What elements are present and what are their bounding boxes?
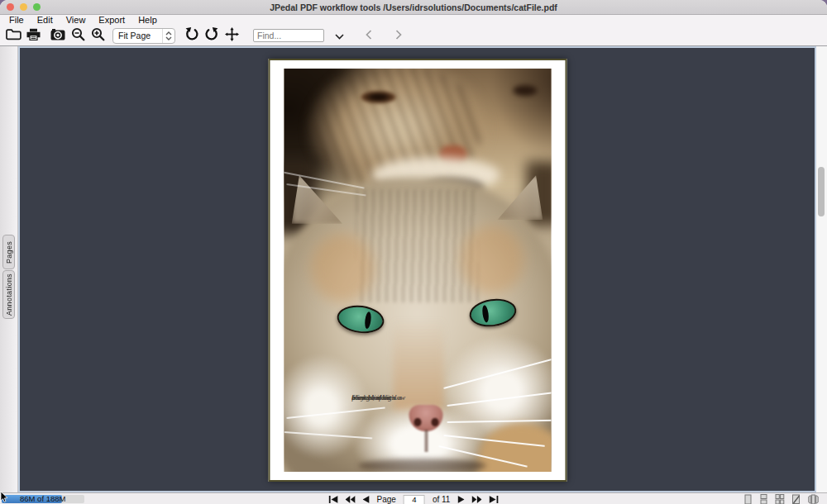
snapshot-camera-icon: [50, 29, 65, 43]
printer-icon: [26, 28, 41, 43]
first-page-icon: [329, 493, 338, 504]
rotate-left-button[interactable]: [182, 27, 202, 44]
title-bar: JPedal PDF workflow tools /Users/idrsolu…: [0, 0, 827, 15]
print-button[interactable]: [23, 27, 43, 44]
zoom-in-icon: [91, 27, 105, 44]
facing-icon: [791, 494, 801, 504]
cat-photo: Slow blink at a cat to make friends; if …: [284, 69, 551, 472]
memory-usage-text: 86M of 188M: [20, 495, 65, 503]
find-input[interactable]: [253, 29, 324, 42]
window-title: JPedal PDF workflow tools /Users/idrsolu…: [270, 2, 557, 12]
app-window: JPedal PDF workflow tools /Users/idrsolu…: [0, 0, 827, 504]
toolbar: Fit Page: [0, 26, 827, 46]
last-page-icon: [489, 493, 498, 504]
caption-line: very good sign.: [351, 392, 397, 403]
pageflow-icon: [808, 494, 819, 504]
open-file-button[interactable]: [3, 27, 23, 44]
continuous-facing-icon: [775, 494, 785, 504]
page-navigation: Page of 11: [329, 493, 499, 504]
menu-bar: File Edit View Export Help: [0, 15, 827, 26]
stepper-chevrons-icon: [162, 29, 174, 43]
pan-tool-button[interactable]: [222, 27, 241, 44]
sidebar-tab-annotations[interactable]: Annotations: [2, 270, 15, 319]
rotate-counterclockwise-icon: [184, 27, 199, 44]
zoom-out-button[interactable]: [68, 27, 88, 44]
continuous-mode-button[interactable]: [759, 494, 768, 504]
rewind-pages-icon: [346, 493, 356, 504]
first-page-button[interactable]: [329, 493, 338, 504]
facing-mode-button[interactable]: [791, 494, 801, 504]
zoom-mode-value: Fit Page: [118, 31, 151, 40]
forward-pages-button[interactable]: [471, 493, 481, 504]
page-number-input[interactable]: [404, 495, 425, 504]
vertical-scrollbar[interactable]: [815, 46, 827, 492]
continuous-facing-mode-button[interactable]: [775, 494, 785, 504]
memory-usage-bar: 86M of 188M: [2, 495, 84, 503]
find-options-button[interactable]: [329, 27, 349, 44]
chevron-right-icon: [395, 30, 402, 42]
sidebar-tab-pages[interactable]: Pages: [2, 235, 15, 269]
status-bar: 86M of 188M Page of 11: [0, 492, 827, 504]
single-page-mode-button[interactable]: [743, 494, 753, 504]
page-total-label: of 11: [433, 495, 451, 504]
pageflow-mode-button[interactable]: [808, 494, 819, 504]
search-previous-button[interactable]: [359, 27, 379, 44]
menu-help[interactable]: Help: [131, 15, 164, 26]
pan-move-icon: [225, 27, 239, 44]
traffic-lights: [7, 3, 41, 11]
menu-export[interactable]: Export: [92, 15, 131, 26]
open-folder-icon: [6, 28, 22, 43]
chevron-left-icon: [366, 30, 372, 42]
pdf-page: Slow blink at a cat to make friends; if …: [268, 59, 566, 482]
snapshot-button[interactable]: [48, 27, 68, 44]
back-pages-button[interactable]: [346, 493, 356, 504]
zoom-button[interactable]: [33, 3, 41, 11]
document-viewport: Slow blink at a cat to make friends; if …: [18, 46, 815, 492]
menu-view[interactable]: View: [60, 15, 93, 26]
zoom-mode-select[interactable]: Fit Page: [112, 28, 175, 44]
main-area: Pages Annotations: [0, 46, 827, 492]
page-label: Page: [377, 495, 396, 504]
side-panel-strip: Pages Annotations: [0, 46, 18, 492]
chevron-down-icon: [335, 30, 344, 42]
next-page-button[interactable]: [457, 493, 464, 504]
previous-page-button[interactable]: [363, 493, 370, 504]
last-page-button[interactable]: [489, 493, 498, 504]
search-next-button[interactable]: [389, 27, 409, 44]
page-display-modes: [743, 494, 819, 504]
minimize-button[interactable]: [20, 3, 27, 11]
scrollbar-thumb[interactable]: [818, 167, 825, 216]
menu-edit[interactable]: Edit: [31, 15, 60, 26]
close-button[interactable]: [7, 3, 14, 11]
continuous-icon: [759, 494, 768, 504]
rotate-clockwise-icon: [204, 27, 219, 44]
forward-pages-icon: [471, 493, 481, 504]
menu-file[interactable]: File: [2, 15, 31, 26]
rotate-right-button[interactable]: [202, 27, 222, 44]
single-page-icon: [743, 494, 753, 504]
next-page-icon: [457, 493, 464, 504]
previous-page-icon: [363, 493, 370, 504]
zoom-out-icon: [71, 27, 85, 44]
mouse-cursor: [0, 492, 8, 504]
zoom-in-button[interactable]: [88, 27, 108, 44]
